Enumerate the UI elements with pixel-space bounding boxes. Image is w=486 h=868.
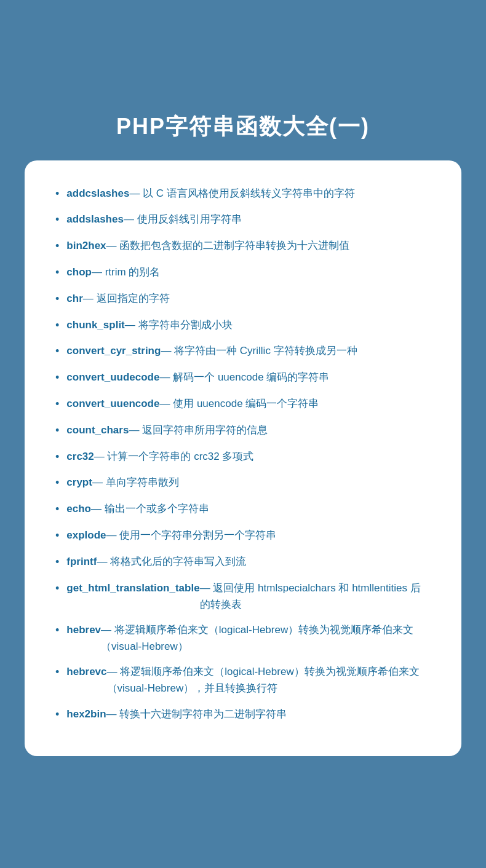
list-item: get_html_translation_table — 返回使用 htmlsp…: [55, 580, 431, 613]
func-name: count_chars: [66, 422, 129, 438]
func-name: get_html_translation_table: [66, 580, 199, 596]
func-name: chop: [66, 264, 92, 280]
func-desc: — 解码一个 uuencode 编码的字符串: [159, 369, 329, 385]
func-desc: — 使用 uuencode 编码一个字符串: [159, 395, 319, 412]
func-name: explode: [66, 527, 106, 543]
list-item: crypt — 单向字符串散列: [55, 474, 431, 492]
list-item: addcslashes — 以 C 语言风格使用反斜线转义字符串中的字符: [55, 185, 431, 203]
list-item: convert_cyr_string — 将字符由一种 Cyrillic 字符转…: [55, 342, 431, 360]
list-item: bin2hex — 函数把包含数据的二进制字符串转换为十六进制值: [55, 237, 431, 255]
list-item: hebrev — 将逻辑顺序希伯来文（logical-Hebrew）转换为视觉顺…: [55, 621, 431, 655]
list-item: crc32 — 计算一个字符串的 crc32 多项式: [55, 448, 431, 466]
func-name: fprintf: [66, 553, 97, 570]
func-desc: — 将格式化后的字符串写入到流: [97, 553, 246, 570]
func-name: hebrev: [66, 621, 101, 638]
list-item: chop — rtrim 的别名: [55, 264, 431, 282]
func-name: echo: [66, 500, 91, 517]
func-name: hebrevc: [66, 663, 106, 680]
func-desc: — 将字符由一种 Cyrillic 字符转换成另一种: [161, 342, 357, 359]
func-desc: — 单向字符串散列: [92, 474, 179, 491]
func-name: convert_cyr_string: [66, 342, 161, 359]
func-desc: — 将逻辑顺序希伯来文（logical-Hebrew）转换为视觉顺序希伯来文（v…: [107, 663, 431, 696]
list-item: explode — 使用一个字符串分割另一个字符串: [55, 527, 431, 545]
func-desc: — 返回指定的字符: [83, 290, 170, 307]
list-item: fprintf — 将格式化后的字符串写入到流: [55, 553, 431, 571]
func-name: chunk_split: [66, 317, 124, 333]
list-item: hex2bin — 转换十六进制字符串为二进制字符串: [55, 706, 431, 724]
list-item: count_chars — 返回字符串所用字符的信息: [55, 422, 431, 440]
func-desc: — 使用反斜线引用字符串: [124, 211, 242, 227]
func-name: chr: [66, 290, 82, 307]
list-item: addslashes — 使用反斜线引用字符串: [55, 211, 431, 229]
list-item: convert_uudecode — 解码一个 uuencode 编码的字符串: [55, 369, 431, 387]
func-name: addcslashes: [66, 185, 129, 202]
func-desc: — 将字符串分割成小块: [125, 317, 233, 333]
func-desc: — 转换十六进制字符串为二进制字符串: [106, 706, 287, 722]
func-desc: — rtrim 的别名: [92, 264, 160, 280]
content-card: addcslashes — 以 C 语言风格使用反斜线转义字符串中的字符adds…: [25, 160, 461, 757]
list-item: hebrevc — 将逻辑顺序希伯来文（logical-Hebrew）转换为视觉…: [55, 663, 431, 696]
func-name: bin2hex: [66, 237, 106, 254]
func-desc: — 输出一个或多个字符串: [91, 500, 209, 517]
function-list: addcslashes — 以 C 语言风格使用反斜线转义字符串中的字符adds…: [55, 185, 431, 724]
func-desc: — 使用一个字符串分割另一个字符串: [106, 527, 277, 543]
list-item: chr — 返回指定的字符: [55, 290, 431, 308]
list-item: echo — 输出一个或多个字符串: [55, 500, 431, 518]
func-desc: — 计算一个字符串的 crc32 多项式: [94, 448, 254, 465]
list-item: convert_uuencode — 使用 uuencode 编码一个字符串: [55, 395, 431, 413]
func-name: crc32: [66, 448, 94, 465]
func-desc: — 将逻辑顺序希伯来文（logical-Hebrew）转换为视觉顺序希伯来文（v…: [101, 621, 431, 655]
func-name: convert_uudecode: [66, 369, 159, 385]
func-desc: — 返回使用 htmlspecialchars 和 htmllentities …: [200, 580, 431, 613]
func-desc: — 函数把包含数据的二进制字符串转换为十六进制值: [106, 237, 350, 254]
func-name: crypt: [66, 474, 92, 491]
func-desc: — 以 C 语言风格使用反斜线转义字符串中的字符: [129, 185, 354, 202]
func-name: addslashes: [66, 211, 124, 227]
func-desc: — 返回字符串所用字符的信息: [129, 422, 268, 438]
list-item: chunk_split — 将字符串分割成小块: [55, 317, 431, 334]
func-name: convert_uuencode: [66, 395, 159, 412]
page-title: PHP字符串函数大全(一): [116, 112, 370, 142]
func-name: hex2bin: [66, 706, 106, 722]
